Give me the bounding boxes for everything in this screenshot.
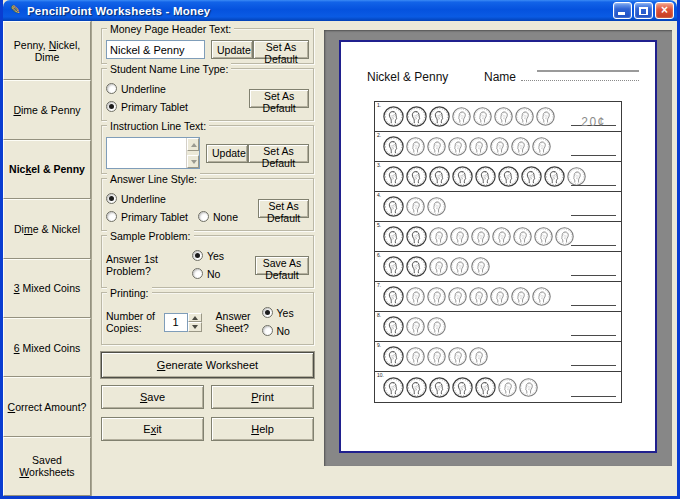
sidebar-item-dime-penny[interactable]: Dime & Penny [3,80,91,139]
preview-pane: Nickel & Penny Name 1.20¢2.3.4.5.6.7.8.9… [320,21,677,496]
maximize-button[interactable] [634,2,653,19]
instruction-text-area-wrap [106,137,200,169]
nickel-coin-icon [406,166,427,187]
generate-worksheet-button[interactable]: Generate Worksheet [101,352,314,378]
number-of-copies-label: Number of Copies: [106,310,158,334]
nickel-coin-icon [383,286,404,307]
nickel-coin-icon [383,196,404,217]
close-button[interactable]: × [655,2,674,19]
save-button[interactable]: Save [101,385,204,409]
penny-coin-icon [498,378,517,397]
radio-answersheet-yes[interactable]: Yes [262,307,294,319]
copies-down-icon[interactable] [188,322,202,332]
radio-answerstyle-none[interactable]: None [198,211,238,223]
answer-line [571,142,616,156]
answer-line-style-group: Answer Line Style: UnderlinePrimary Tabl… [101,178,314,231]
scroll-up-icon[interactable] [187,138,199,151]
action-buttons: SavePrintExitHelp [101,385,314,441]
radio-dot-icon [106,193,117,204]
radio-dot-icon [198,211,209,222]
problem-number: 5. [377,222,381,228]
minimize-button[interactable] [613,2,632,19]
nickel-coin-icon [383,377,404,398]
set-default-header-button[interactable]: Set As Default [253,40,309,59]
sidebar-item-6-mixed-coins[interactable]: 6 Mixed Coins [3,318,91,377]
penny-coin-icon [427,347,446,366]
worksheet-page: Nickel & Penny Name 1.20¢2.3.4.5.6.7.8.9… [339,40,657,453]
worksheet-row: 4. [375,192,621,222]
penny-coin-icon [471,227,490,246]
coin-strip [383,196,448,217]
radio-label: Primary Tablet [121,211,188,223]
copies-up-icon[interactable] [188,313,202,323]
penny-coin-icon [490,287,509,306]
nickel-coin-icon [383,166,404,187]
coin-strip [383,226,576,247]
penny-coin-icon [429,257,448,276]
penny-coin-icon [406,197,425,216]
sidebar-item-nickel-penny[interactable]: Nickel & Penny [3,140,91,199]
penny-coin-icon [469,287,488,306]
sidebar-item-saved-worksheets[interactable]: Saved Worksheets [3,437,91,496]
save-default-sample-button[interactable]: Save As Default [255,256,309,275]
header-text-input[interactable] [106,40,205,59]
radio-sample-no[interactable]: No [192,268,220,280]
radio-dot-icon [106,211,117,222]
instruction-text-input[interactable] [107,138,186,168]
print-button[interactable]: Print [211,385,314,409]
sidebar-item-correct-amount[interactable]: Correct Amount? [3,377,91,436]
sidebar-item-dime-nickel[interactable]: Dime & Nickel [3,199,91,258]
penny-coin-icon [534,227,553,246]
penny-coin-icon [406,317,425,336]
set-default-instruction-button[interactable]: Set As Default [248,144,309,163]
sample-answer: 20¢ [581,116,606,129]
textarea-scrollbar[interactable] [186,138,199,168]
update-instruction-button[interactable]: Update [206,144,248,163]
penny-coin-icon [490,137,509,156]
radio-answersheet-no[interactable]: No [262,325,290,337]
scroll-down-icon[interactable] [187,155,199,168]
answer-line [571,322,616,336]
penny-coin-icon [513,227,532,246]
radio-sample-yes[interactable]: Yes [192,250,224,262]
problem-number: 9. [377,342,381,348]
radio-answerstyle-primary-tablet[interactable]: Primary Tablet [106,211,188,223]
radio-answerstyle-underline[interactable]: Underline [106,193,166,205]
nickel-coin-icon [406,226,427,247]
penny-coin-icon [471,257,490,276]
penny-coin-icon [406,347,425,366]
update-header-button[interactable]: Update [211,40,253,59]
sidebar-item-penny-nickel-dime[interactable]: Penny, Nickel, Dime [3,21,91,80]
nickel-coin-icon [406,106,427,127]
window-title: PencilPoint Worksheets - Money [27,5,613,17]
radio-nameline-primary-tablet[interactable]: Primary Tablet [106,101,188,113]
copies-input[interactable] [164,313,188,332]
sidebar-item-label: Penny, Nickel, Dime [6,39,88,63]
group-label: Printing: [107,287,152,299]
radio-label: No [277,325,290,337]
radio-dot-icon [262,307,273,318]
penny-coin-icon [469,347,488,366]
answer-first-problem-label: Answer 1st Problem? [106,253,184,277]
worksheet-row: 7. [375,282,621,312]
radio-nameline-underline[interactable]: Underline [106,83,166,95]
penny-coin-icon [492,227,511,246]
set-default-answerstyle-button[interactable]: Set As Default [258,199,309,218]
worksheet-table: 1.20¢2.3.4.5.6.7.8.9.10. [374,101,622,403]
nickel-coin-icon [406,377,427,398]
sidebar-item-3-mixed-coins[interactable]: 3 Mixed Coins [3,259,91,318]
set-default-nameline-button[interactable]: Set As Default [249,89,309,108]
nickel-coin-icon [383,256,404,277]
exit-button[interactable]: Exit [101,417,204,441]
coin-strip [383,136,553,157]
help-button[interactable]: Help [211,417,314,441]
penny-coin-icon [515,107,534,126]
problem-number: 3. [377,162,381,168]
nickel-coin-icon [383,106,404,127]
radio-dot-icon [106,101,117,112]
group-label: Answer Line Style: [107,173,200,185]
sidebar-item-label: Dime & Penny [13,104,80,116]
nickel-coin-icon [429,377,450,398]
title-bar: ✎ PencilPoint Worksheets - Money × [3,0,677,21]
answer-line [571,292,616,306]
